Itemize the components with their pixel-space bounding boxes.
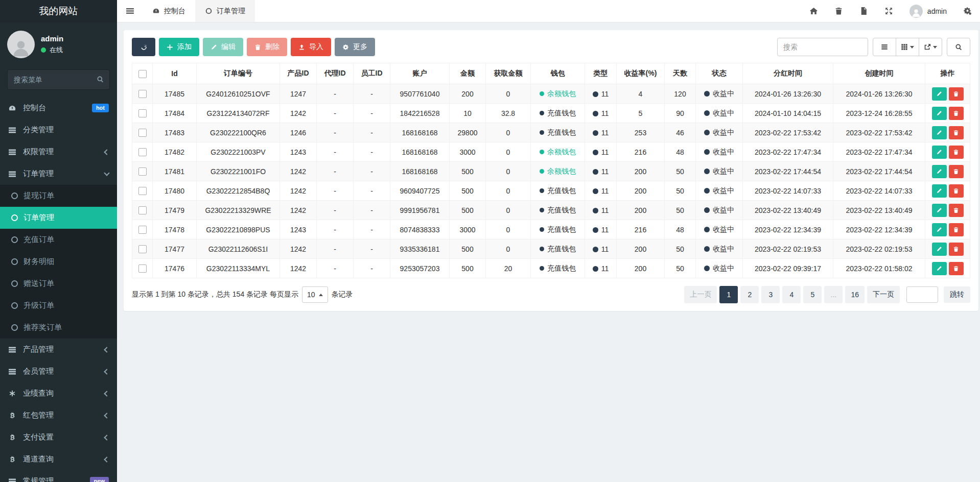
refresh-button[interactable] <box>132 38 155 56</box>
expand-button[interactable] <box>884 7 893 15</box>
export-icon <box>924 43 931 51</box>
edit-row-button[interactable] <box>932 204 947 217</box>
edit-row-button[interactable] <box>932 87 947 101</box>
delete-row-button[interactable] <box>949 184 964 198</box>
search-button[interactable] <box>947 38 970 56</box>
layout-button[interactable] <box>896 38 919 56</box>
submenu-item-充值订单[interactable]: 充值订单 <box>0 229 117 251</box>
search-icon <box>97 76 104 83</box>
row-checkbox[interactable] <box>138 226 147 234</box>
row-checkbox[interactable] <box>138 206 147 214</box>
edit-row-button[interactable] <box>932 126 947 139</box>
sidebar-item-会员管理[interactable]: 会员管理 <box>0 360 117 382</box>
import-button[interactable]: 导入 <box>291 38 331 56</box>
select-all-checkbox[interactable] <box>138 70 147 78</box>
tab-控制台[interactable]: 控制台 <box>143 0 195 22</box>
delete-button[interactable]: 删除 <box>247 38 287 56</box>
page-button-1[interactable]: 1 <box>719 286 738 303</box>
add-button[interactable]: 添加 <box>159 38 199 56</box>
delete-row-button[interactable] <box>949 165 964 178</box>
delete-row-button[interactable] <box>949 204 964 217</box>
submenu-item-推荐奖订单[interactable]: 推荐奖订单 <box>0 317 117 339</box>
status-dot-icon <box>704 246 710 252</box>
edit-row-button[interactable] <box>932 146 947 159</box>
cell-select <box>132 201 153 220</box>
edit-row-button[interactable] <box>932 243 947 256</box>
file-button[interactable] <box>859 7 868 15</box>
delete-row-button[interactable] <box>949 126 964 139</box>
sidebar-item-红包管理[interactable]: 红包管理 <box>0 404 117 426</box>
page-button-3[interactable]: 3 <box>761 286 780 303</box>
cell-amount: 10 <box>450 104 486 123</box>
sidebar-item-label: 产品管理 <box>23 345 54 354</box>
edit-row-button[interactable] <box>932 223 947 236</box>
wallet-dot-icon <box>540 266 544 271</box>
edit-row-button[interactable] <box>932 165 947 178</box>
sidebar-item-支付设置[interactable]: 支付设置 <box>0 426 117 448</box>
submenu-item-财务明细[interactable]: 财务明细 <box>0 251 117 273</box>
edit-row-button[interactable] <box>932 262 947 275</box>
sidebar-search-input[interactable] <box>7 69 110 90</box>
home-button[interactable] <box>809 7 818 15</box>
submenu-item-赠送订单[interactable]: 赠送订单 <box>0 273 117 295</box>
sidebar-item-控制台[interactable]: 控制台hot <box>0 97 117 119</box>
row-checkbox[interactable] <box>138 129 147 137</box>
cell-created-time: 2023-12-24 16:28:55 <box>833 104 925 123</box>
sidebar-item-产品管理[interactable]: 产品管理 <box>0 339 117 360</box>
sidebar-item-通道查询[interactable]: 通道查询 <box>0 448 117 470</box>
sidebar-item-权限管理[interactable]: 权限管理 <box>0 141 117 163</box>
cell-agent-id: - <box>317 181 354 201</box>
trash-button[interactable] <box>834 7 843 15</box>
submenu-item-提现订单[interactable]: 提现订单 <box>0 185 117 207</box>
cell-days: 90 <box>665 104 696 123</box>
columns-button[interactable] <box>873 38 896 56</box>
edit-row-button[interactable] <box>932 184 947 198</box>
cell-order-no: G231224134072RF <box>197 104 280 123</box>
table-search-input[interactable] <box>777 38 868 56</box>
settings-button[interactable] <box>963 7 972 15</box>
row-checkbox[interactable] <box>138 187 147 195</box>
more-button[interactable]: 更多 <box>335 38 375 56</box>
cell-agent-id: - <box>317 259 354 278</box>
sidebar-item-分类管理[interactable]: 分类管理 <box>0 119 117 141</box>
row-checkbox[interactable] <box>138 148 147 156</box>
status-dot-icon <box>704 188 710 194</box>
cell-order-no: G23022113334MYL <box>197 259 280 278</box>
row-checkbox[interactable] <box>138 167 147 176</box>
jump-button[interactable]: 跳转 <box>944 286 970 303</box>
delete-row-button[interactable] <box>949 262 964 275</box>
delete-row-button[interactable] <box>949 146 964 159</box>
sidebar-item-业绩查询[interactable]: 业绩查询 <box>0 382 117 404</box>
cell-staff-id: - <box>354 239 390 259</box>
cell-obtained: 0 <box>486 220 531 239</box>
edit-button[interactable]: 编辑 <box>203 38 243 56</box>
page-button-4[interactable]: 4 <box>782 286 801 303</box>
delete-row-button[interactable] <box>949 87 964 101</box>
page-button-5[interactable]: 5 <box>803 286 822 303</box>
next-page-button[interactable]: 下一页 <box>867 286 900 303</box>
submenu-item-升级订单[interactable]: 升级订单 <box>0 295 117 317</box>
export-button[interactable] <box>919 38 942 56</box>
page-size-select[interactable]: 10 <box>302 286 328 303</box>
page-button-16[interactable]: 16 <box>845 286 865 303</box>
sidebar-item-常规管理[interactable]: 常规管理new <box>0 470 117 482</box>
row-checkbox[interactable] <box>138 109 147 117</box>
edit-row-button[interactable] <box>932 107 947 120</box>
page-button-2[interactable]: 2 <box>740 286 759 303</box>
submenu-item-订单管理[interactable]: 订单管理 <box>0 207 117 229</box>
delete-row-button[interactable] <box>949 107 964 120</box>
prev-page-button[interactable]: 上一页 <box>684 286 717 303</box>
delete-row-button[interactable] <box>949 223 964 236</box>
row-checkbox[interactable] <box>138 90 147 98</box>
row-checkbox[interactable] <box>138 245 147 253</box>
sidebar-toggle-button[interactable] <box>117 0 143 22</box>
row-checkbox[interactable] <box>138 264 147 273</box>
tab-订单管理[interactable]: 订单管理 <box>195 0 255 22</box>
table-row: 17478G23022210898PUS1243--80748383333000… <box>132 220 970 239</box>
sidebar-item-订单管理[interactable]: 订单管理 <box>0 163 117 185</box>
table-row: 17483G230222100QR61246--168168168298000充… <box>132 123 970 142</box>
jump-page-input[interactable] <box>906 286 938 303</box>
delete-row-button[interactable] <box>949 243 964 256</box>
user-menu[interactable]: admin <box>909 5 947 18</box>
brand-title: 我的网站 <box>0 0 117 22</box>
